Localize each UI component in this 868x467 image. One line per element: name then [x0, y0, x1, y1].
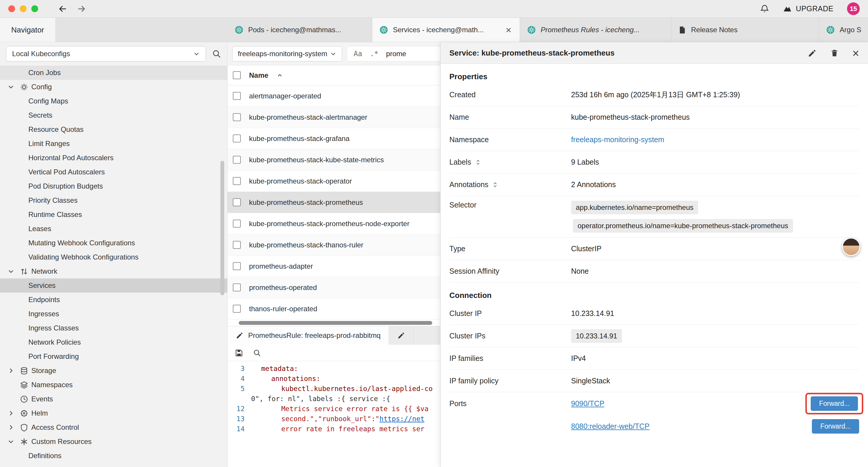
- port-link-8080-reloader-web[interactable]: 8080:reloader-web/TCP: [571, 422, 649, 431]
- back-button[interactable]: [58, 4, 68, 14]
- chevron-right-icon[interactable]: [5, 367, 17, 374]
- row-checkbox[interactable]: [233, 305, 241, 313]
- chevron-right-icon[interactable]: [5, 410, 17, 417]
- namespace-select[interactable]: freeleaps-monitoring-system: [232, 46, 342, 61]
- sidebar-item-priority-classes[interactable]: Priority Classes: [0, 193, 227, 207]
- property-row-labels: Labels 9 Labels: [450, 151, 859, 174]
- sidebar-item-horizontal-pod-autoscalers[interactable]: Horizontal Pod Autoscalers: [0, 151, 227, 165]
- line-number: 13: [227, 414, 251, 424]
- row-checkbox[interactable]: [233, 92, 241, 100]
- row-checkbox[interactable]: [233, 198, 241, 206]
- sidebar-item-namespaces[interactable]: Namespaces: [0, 378, 227, 392]
- sidebar-item-events[interactable]: Events: [0, 392, 227, 406]
- notification-count-badge[interactable]: 15: [847, 2, 860, 15]
- gear-icon: [17, 83, 31, 91]
- chevron-down-icon[interactable]: [5, 268, 17, 275]
- sidebar-item-helm[interactable]: Helm: [0, 406, 227, 420]
- close-drawer-icon[interactable]: ×: [852, 47, 859, 59]
- sidebar-item-definitions[interactable]: Definitions: [0, 449, 227, 463]
- sidebar-item-cron-jobs[interactable]: Cron Jobs: [0, 66, 227, 80]
- tab-label: Services - icecheng@math...: [393, 26, 500, 34]
- close-tab-icon[interactable]: ×: [504, 25, 513, 35]
- sidebar-item-endpoints[interactable]: Endpoints: [0, 293, 227, 307]
- tab-release-notes[interactable]: Release Notes: [671, 18, 819, 42]
- document-icon: [678, 26, 686, 34]
- close-window-button[interactable]: [8, 5, 15, 12]
- forward-button[interactable]: [76, 4, 87, 14]
- tab-pods[interactable]: Pods - icecheng@mathmas...: [227, 18, 372, 42]
- chevron-right-icon[interactable]: [5, 424, 17, 431]
- row-checkbox[interactable]: [233, 220, 241, 228]
- sidebar-item-network[interactable]: Network: [0, 264, 227, 279]
- row-checkbox[interactable]: [233, 177, 241, 185]
- row-checkbox[interactable]: [233, 113, 241, 121]
- sidebar-item-mutating-webhook-configurations[interactable]: Mutating Webhook Configurations: [0, 236, 227, 250]
- property-label: Name: [450, 113, 571, 121]
- service-name: kube-prometheus-stack-operator: [249, 177, 352, 185]
- selector-badge: app.kubernetes.io/name=prometheus: [571, 201, 698, 214]
- sidebar-item-ingresses[interactable]: Ingresses: [0, 307, 227, 321]
- sidebar-item-storage[interactable]: Storage: [0, 363, 227, 378]
- property-label: Labels: [450, 158, 471, 167]
- name-column-header[interactable]: Name: [249, 71, 268, 80]
- line-number: [227, 394, 251, 404]
- row-checkbox[interactable]: [233, 284, 241, 291]
- editor-search-icon[interactable]: [253, 349, 261, 357]
- sidebar-search-icon[interactable]: [212, 49, 221, 59]
- property-label: Annotations: [450, 180, 488, 189]
- sidebar-item-config-maps[interactable]: Config Maps: [0, 94, 227, 108]
- expand-collapse-icon[interactable]: [475, 159, 481, 166]
- sidebar-item-leases[interactable]: Leases: [0, 222, 227, 236]
- sidebar-item-runtime-classes[interactable]: Runtime Classes: [0, 207, 227, 222]
- sidebar-item-secrets[interactable]: Secrets: [0, 108, 227, 122]
- kubernetes-icon: [235, 25, 243, 34]
- sidebar-item-port-forwarding[interactable]: Port Forwarding: [0, 349, 227, 363]
- port-link-9090[interactable]: 9090/TCP: [571, 399, 604, 408]
- maximize-window-button[interactable]: [31, 5, 38, 12]
- row-checkbox[interactable]: [233, 135, 241, 143]
- sidebar-item-label: Priority Classes: [28, 196, 78, 205]
- edit-pencil-icon[interactable]: [808, 49, 816, 58]
- sidebar-item-access-control[interactable]: Access Control: [0, 420, 227, 435]
- upgrade-button[interactable]: UPGRADE: [783, 4, 833, 13]
- forward-button[interactable]: Forward...: [811, 396, 858, 411]
- avatar[interactable]: [842, 238, 860, 256]
- sidebar-item-network-policies[interactable]: Network Policies: [0, 335, 227, 349]
- tab-prometheus-rules[interactable]: Prometheus Rules - icecheng...: [520, 18, 671, 42]
- chevron-down-icon[interactable]: [5, 438, 17, 445]
- minimize-window-button[interactable]: [20, 5, 27, 12]
- tab-services[interactable]: Services - icecheng@math... ×: [372, 18, 520, 42]
- sidebar-item-services[interactable]: Services: [0, 279, 227, 293]
- sidebar-item-vertical-pod-autoscalers[interactable]: Vertical Pod Autoscalers: [0, 165, 227, 179]
- sidebar-scrollbar[interactable]: [220, 161, 224, 295]
- sidebar-item-validating-webhook-configurations[interactable]: Validating Webhook Configurations: [0, 250, 227, 264]
- row-checkbox[interactable]: [233, 262, 241, 270]
- regex-toggle[interactable]: .*: [370, 50, 378, 58]
- property-label: Selector: [450, 201, 571, 209]
- property-value: 10.233.14.91: [571, 309, 859, 318]
- row-checkbox[interactable]: [233, 241, 241, 249]
- chevron-down-icon[interactable]: [5, 83, 17, 90]
- sidebar-item-resource-quotas[interactable]: Resource Quotas: [0, 122, 227, 137]
- sidebar-item-ingress-classes[interactable]: Ingress Classes: [0, 321, 227, 335]
- tab-argo[interactable]: Argo S: [819, 18, 868, 42]
- delete-trash-icon[interactable]: [830, 49, 839, 57]
- namespace-link[interactable]: freeleaps-monitoring-system: [571, 135, 664, 144]
- sidebar-item-label: Config Maps: [28, 97, 68, 105]
- match-case-toggle[interactable]: Aa: [354, 50, 362, 58]
- save-icon[interactable]: [235, 348, 243, 357]
- expand-collapse-icon[interactable]: [492, 181, 498, 188]
- sidebar-item-pod-disruption-budgets[interactable]: Pod Disruption Budgets: [0, 179, 227, 193]
- sidebar-item-config[interactable]: Config: [0, 80, 227, 94]
- forward-button[interactable]: Forward...: [812, 419, 859, 434]
- row-checkbox[interactable]: [233, 156, 241, 164]
- sidebar-item-limit-ranges[interactable]: Limit Ranges: [0, 137, 227, 151]
- select-all-checkbox[interactable]: [233, 71, 241, 79]
- dock-tab-prometheusrule[interactable]: PrometheusRule: freeleaps-prod-rabbitmq: [227, 326, 389, 345]
- kubeconfig-select[interactable]: Local Kubeconfigs: [6, 46, 206, 61]
- navigator-title: Navigator: [11, 25, 44, 35]
- storage-icon: [17, 367, 31, 375]
- dock-tab-next[interactable]: [389, 326, 414, 345]
- notifications-bell-icon[interactable]: [760, 4, 769, 13]
- sidebar-item-custom-resources[interactable]: Custom Resources: [0, 435, 227, 449]
